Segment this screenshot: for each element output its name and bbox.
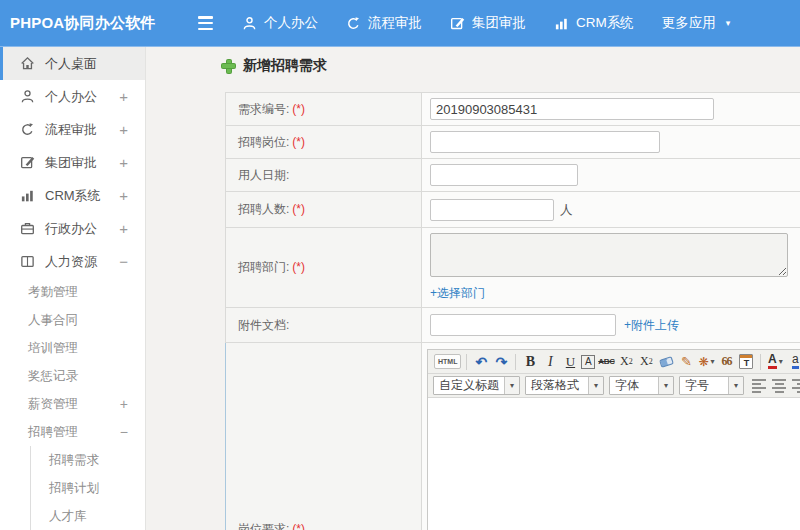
- table-row: 招聘人数:(*) 人: [226, 192, 800, 228]
- sidebar-item-group-approval[interactable]: 集团审批 +: [0, 146, 145, 179]
- expand-icon[interactable]: +: [119, 220, 128, 237]
- nav-group-approval[interactable]: 集团审批: [450, 14, 526, 32]
- nav-personal-office[interactable]: 个人办公: [242, 14, 318, 32]
- field-value-cell: [422, 159, 800, 192]
- sidebar-item-talent-pool[interactable]: 人才库: [31, 502, 145, 530]
- align-right-button[interactable]: [792, 377, 800, 395]
- caret-down-icon: ▾: [710, 357, 714, 366]
- sidebar-item-recruit-demand[interactable]: 招聘需求: [31, 446, 145, 474]
- sub-item-label: 考勤管理: [28, 285, 78, 299]
- field-value-cell: +附件上传: [422, 308, 800, 343]
- sidebar-item-reward-punish-records[interactable]: 奖惩记录: [0, 362, 145, 390]
- dept-textarea[interactable]: [430, 233, 788, 277]
- caret-down-icon: ▾: [779, 357, 783, 366]
- sidebar-item-crm-system[interactable]: CRM系统 +: [0, 179, 145, 212]
- process-icon: [346, 16, 361, 31]
- font-size-select[interactable]: 字号▾: [679, 376, 744, 395]
- field-label-cell: 用人日期:: [226, 159, 422, 192]
- font-color-icon: A: [768, 354, 777, 369]
- req-no-input[interactable]: [430, 98, 714, 120]
- attach-input[interactable]: [430, 314, 616, 336]
- collapse-icon[interactable]: −: [120, 418, 128, 446]
- expand-icon[interactable]: +: [119, 88, 128, 105]
- book-icon: [20, 254, 35, 269]
- remove-format-button[interactable]: [657, 352, 675, 371]
- sidebar-item-attendance-mgmt[interactable]: 考勤管理: [0, 278, 145, 306]
- main-content: 新增招聘需求 需求编号:(*) 招聘岗位:(*) 用人日期:: [147, 47, 800, 530]
- sub-item-label: 培训管理: [28, 341, 78, 355]
- blockquote-button[interactable]: 66: [717, 352, 735, 371]
- caret-down-icon: ▾: [728, 377, 743, 394]
- nav-crm-system[interactable]: CRM系统: [554, 14, 634, 32]
- rich-text-editor: HTML ↶ ↷ B I U A ABC X2 X2 ✎: [427, 349, 800, 530]
- italic-button[interactable]: I: [541, 352, 559, 371]
- sidebar: 个人桌面 个人办公 + 流程审批 + 集团审批 + CRM系统 + 行政办公 +…: [0, 47, 146, 530]
- count-unit: 人: [560, 203, 573, 217]
- sidebar-item-label: 流程审批: [45, 121, 97, 139]
- hamburger-menu-icon[interactable]: [198, 16, 216, 30]
- home-icon: [20, 56, 35, 71]
- sidebar-item-recruit-mgmt[interactable]: 招聘管理−: [0, 418, 145, 446]
- palette-icon: ❋: [698, 355, 708, 369]
- strikethrough-button[interactable]: ABC: [597, 352, 615, 371]
- field-label-cell: 需求编号:(*): [226, 93, 422, 126]
- post-input[interactable]: [430, 131, 660, 153]
- source-code-button[interactable]: HTML: [434, 354, 461, 369]
- sidebar-item-personal-office[interactable]: 个人办公 +: [0, 80, 145, 113]
- nav-workflow-approval[interactable]: 流程审批: [346, 14, 422, 32]
- select-dept-link[interactable]: +选择部门: [430, 286, 485, 300]
- format-brush-button[interactable]: ✎: [677, 352, 695, 371]
- field-value-cell: 人: [422, 192, 800, 228]
- font-style-button[interactable]: A: [581, 355, 595, 369]
- subscript-button[interactable]: X2: [637, 352, 655, 371]
- expand-icon[interactable]: +: [119, 121, 128, 138]
- select-label: 自定义标题: [434, 377, 504, 394]
- sidebar-item-training-mgmt[interactable]: 培训管理: [0, 334, 145, 362]
- redo-button[interactable]: ↷: [492, 352, 510, 371]
- sidebar-item-human-resources[interactable]: 人力资源 −: [0, 245, 145, 278]
- edit-square-icon: [20, 155, 35, 170]
- sidebar-item-personal-desktop[interactable]: 个人桌面: [0, 47, 145, 80]
- attach-upload-link[interactable]: +附件上传: [624, 317, 679, 334]
- font-color-button[interactable]: A▾: [766, 352, 784, 371]
- sidebar-item-salary-mgmt[interactable]: 薪资管理+: [0, 390, 145, 418]
- select-label: 字体: [610, 377, 658, 394]
- count-input[interactable]: [430, 199, 554, 221]
- paste-button[interactable]: T: [737, 352, 755, 371]
- superscript-button[interactable]: X2: [617, 352, 635, 371]
- sidebar-item-hr-contract[interactable]: 人事合同: [0, 306, 145, 334]
- expand-icon[interactable]: +: [119, 187, 128, 204]
- nav-label: 流程审批: [368, 14, 422, 32]
- sub-item-label: 奖惩记录: [28, 369, 78, 383]
- highlight-color-button[interactable]: a: [786, 352, 800, 371]
- editor-content-area[interactable]: [428, 398, 800, 530]
- field-label-cell: 招聘岗位:(*): [226, 126, 422, 159]
- top-bar: PHPOA协同办公软件 个人办公 流程审批 集团审批 CRM系统 更多应用 ▾: [0, 0, 800, 47]
- nav-more-apps[interactable]: 更多应用 ▾: [662, 14, 731, 32]
- sidebar-item-recruit-plan[interactable]: 招聘计划: [31, 474, 145, 502]
- date-input[interactable]: [430, 164, 578, 186]
- table-row: 招聘部门:(*) +选择部门: [226, 228, 800, 308]
- paragraph-format-select[interactable]: 段落格式▾: [525, 376, 604, 395]
- sub-base: X: [640, 354, 649, 369]
- undo-button[interactable]: ↶: [472, 352, 490, 371]
- align-center-button[interactable]: [772, 377, 786, 395]
- expand-icon[interactable]: +: [120, 390, 128, 418]
- require-label: 岗位要求:: [238, 522, 289, 530]
- collapse-icon[interactable]: −: [119, 253, 128, 270]
- sub-mark: 2: [649, 357, 653, 366]
- custom-heading-select[interactable]: 自定义标题▾: [433, 376, 520, 395]
- bold-button[interactable]: B: [521, 352, 539, 371]
- sidebar-item-workflow-approval[interactable]: 流程审批 +: [0, 113, 145, 146]
- dept-label: 招聘部门:: [238, 260, 289, 274]
- color-palette-button[interactable]: ❋▾: [697, 352, 715, 371]
- sub-item-label: 人才库: [49, 509, 87, 523]
- underline-button[interactable]: U: [561, 352, 579, 371]
- sidebar-item-admin-office[interactable]: 行政办公 +: [0, 212, 145, 245]
- font-family-select[interactable]: 字体▾: [609, 376, 674, 395]
- date-label: 用人日期:: [238, 168, 289, 182]
- align-left-button[interactable]: [752, 377, 766, 395]
- expand-icon[interactable]: +: [119, 154, 128, 171]
- editor-toolbar-row2: 自定义标题▾ 段落格式▾ 字体▾ 字号▾: [428, 374, 800, 398]
- required-mark: (*): [292, 102, 305, 116]
